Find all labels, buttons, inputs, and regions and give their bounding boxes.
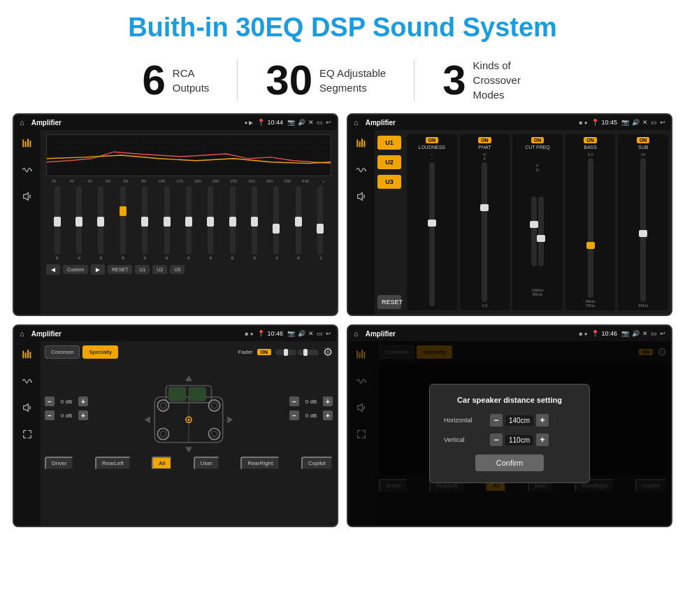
screen-speaker: ⌂ Amplifier ■ ● 📍 10:46 📷 🔊 ✕ ▭ ↩ [13, 324, 338, 527]
horizontal-plus[interactable]: + [536, 414, 549, 427]
svg-rect-10 [25, 352, 27, 358]
vertical-minus[interactable]: − [490, 434, 503, 446]
horizontal-minus[interactable]: − [490, 414, 503, 427]
speaker-icon: 🔊 [298, 119, 305, 126]
back-icon-4[interactable]: ↩ [660, 330, 665, 337]
u-buttons: U1 U2 U3 RESET [375, 130, 404, 315]
col-sub-slider[interactable]: 20 60Hz [620, 152, 666, 308]
eq-graph [46, 134, 331, 176]
crossover-columns: ON LOUDNESS ~~ ON PHAT GF 3.0 [404, 130, 671, 315]
all-button[interactable]: All [152, 457, 172, 470]
u3-btn[interactable]: U3 [377, 175, 401, 189]
eq-slider-4[interactable]: 0 [142, 186, 147, 260]
copilot-button[interactable]: Copilot [301, 457, 333, 470]
wave-icon[interactable] [20, 162, 35, 178]
wave-icon-3[interactable] [20, 373, 35, 389]
col-bass-slider[interactable]: 3.0 90Hz70Hz [568, 152, 614, 308]
db-plus-rr[interactable]: + [323, 410, 333, 420]
volume-icon-3[interactable] [20, 400, 35, 415]
home-icon-3[interactable]: ⌂ [20, 329, 24, 338]
close-icon: ✕ [308, 119, 314, 126]
volume-icon[interactable] [20, 189, 35, 204]
rearleft-button[interactable]: RearLeft [95, 457, 131, 470]
db-minus-fl[interactable]: − [45, 396, 55, 406]
col-phat-slider[interactable]: GF 3.0 [462, 152, 508, 308]
svg-point-27 [212, 431, 217, 437]
driver-button[interactable]: Driver [45, 457, 73, 470]
volume-icon-2[interactable] [354, 189, 369, 204]
eq-slider-7[interactable]: 0 [208, 186, 213, 260]
u3-button[interactable]: U3 [170, 265, 185, 274]
eq-slider-0[interactable]: 0 [55, 186, 60, 260]
wave-icon-2[interactable] [354, 162, 369, 178]
u2-button[interactable]: U2 [152, 265, 167, 274]
next-button[interactable]: ► [91, 264, 105, 275]
svg-point-23 [212, 403, 217, 408]
screen2-title: Amplifier [363, 119, 575, 127]
db-plus-fl[interactable]: + [78, 396, 88, 406]
custom-button[interactable]: Custom [63, 265, 88, 274]
back-icon-3[interactable]: ↩ [326, 330, 331, 337]
stat-crossover: 3 Kinds of Crossover Modes [414, 58, 570, 102]
eq-icon-3[interactable] [20, 347, 35, 362]
home-icon[interactable]: ⌂ [20, 118, 24, 127]
specialty-tab[interactable]: Specialty [82, 345, 117, 359]
u2-btn[interactable]: U2 [377, 155, 401, 169]
confirm-button[interactable]: Confirm [475, 454, 545, 471]
vertical-stepper: − 110cm + [490, 434, 549, 446]
svg-point-21 [160, 403, 166, 408]
common-tab[interactable]: Common [45, 345, 80, 359]
rearright-button[interactable]: RearRight [240, 457, 280, 470]
reset-button[interactable]: RESET [108, 265, 132, 274]
eq-slider-2[interactable]: 0 [98, 186, 103, 260]
eq-slider-1[interactable]: 0 [76, 186, 82, 260]
eq-slider-8[interactable]: 0 [230, 186, 236, 260]
col-loudness-slider[interactable]: ~~ [409, 152, 455, 308]
eq-slider-11[interactable]: 0 [296, 186, 301, 260]
close-icon-4: ✕ [642, 330, 648, 337]
status-time-3: 📍 10:46 [257, 330, 283, 337]
col-cutfreq: ON CUT FREQ FG 100Hz80Hz [512, 134, 563, 310]
on-badge-sub: ON [637, 137, 650, 143]
screen1-sidebar [14, 130, 41, 315]
eq-slider-10[interactable]: -1 [273, 186, 279, 260]
eq-slider-9[interactable]: 0 [252, 186, 257, 260]
db-minus-rr[interactable]: − [289, 410, 299, 420]
eq-icon[interactable] [20, 136, 35, 151]
settings-icon[interactable]: ⚙ [323, 345, 333, 359]
u1-button[interactable]: U1 [135, 265, 150, 274]
col-cutfreq-slider[interactable]: FG 100Hz80Hz [514, 152, 561, 308]
expand-icon-3[interactable] [20, 427, 35, 442]
eq-slider-3[interactable]: 5 [120, 186, 126, 260]
u1-btn[interactable]: U1 [377, 136, 401, 150]
prev-button[interactable]: ◄ [46, 264, 60, 275]
eq-icon-2[interactable] [354, 136, 369, 151]
svg-point-25 [160, 431, 166, 437]
back-icon-2[interactable]: ↩ [660, 119, 665, 126]
status-bar-3: ⌂ Amplifier ■ ● 📍 10:46 📷 🔊 ✕ ▭ ↩ [14, 326, 337, 341]
user-button[interactable]: User [194, 457, 219, 470]
db-plus-fr[interactable]: + [323, 396, 333, 406]
dialog-vertical-row: Vertical − 110cm + [444, 434, 575, 446]
status-icons-3: 📷 🔊 ✕ ▭ ↩ [287, 330, 331, 337]
home-icon-2[interactable]: ⌂ [354, 118, 359, 127]
eq-slider-6[interactable]: 0 [186, 186, 192, 260]
close-icon-3: ✕ [308, 330, 314, 337]
svg-rect-8 [363, 141, 365, 147]
fader-sliders[interactable] [275, 350, 319, 355]
stat-rca-text: RCA Outputs [173, 66, 210, 95]
reset-btn-2[interactable]: RESET [377, 295, 401, 309]
on-badge-cutfreq: ON [531, 137, 545, 143]
db-control-fl: − 0 dB + [45, 396, 88, 406]
back-icon[interactable]: ↩ [326, 119, 331, 126]
db-minus-fr[interactable]: − [289, 396, 299, 406]
screens-grid: ⌂ Amplifier ● ▶ 📍 10:44 📷 🔊 ✕ ▭ ↩ [0, 113, 685, 540]
db-minus-rl[interactable]: − [45, 410, 55, 420]
screen3-sidebar [14, 341, 41, 526]
vertical-plus[interactable]: + [536, 434, 549, 446]
eq-slider-5[interactable]: 0 [164, 186, 170, 260]
db-plus-rl[interactable]: + [78, 410, 88, 420]
car-visual [94, 363, 284, 454]
eq-slider-12[interactable]: -1 [317, 186, 323, 260]
home-icon-4[interactable]: ⌂ [354, 329, 359, 338]
